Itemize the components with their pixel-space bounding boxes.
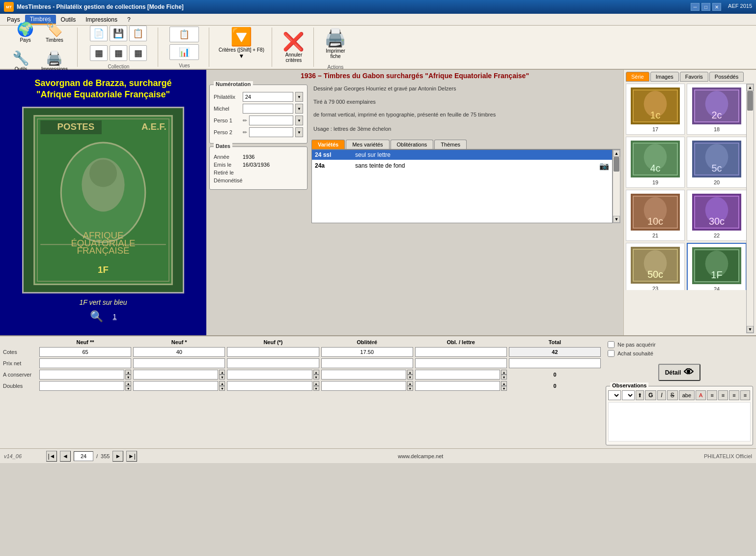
- cotes-total[interactable]: [509, 347, 601, 357]
- aconserver-obl-down[interactable]: ▼: [407, 375, 413, 380]
- obs-align-left-btn[interactable]: ≡: [707, 390, 717, 400]
- nav-current-input[interactable]: [74, 451, 93, 461]
- variety-row-1[interactable]: 24a sans teinte de fond 📷: [312, 160, 612, 172]
- stamp-image[interactable]: POSTES A.E.F. AFRIQUE ÉQUATORIALE FRANÇA…: [22, 107, 184, 293]
- toolbar-pays-button[interactable]: 🌍 Pays: [12, 20, 38, 45]
- doubles-obll[interactable]: [415, 381, 500, 391]
- aconserver-obl[interactable]: [321, 370, 406, 380]
- aconserver-obl-up[interactable]: ▲: [407, 370, 413, 375]
- doubles-neuf2[interactable]: [39, 381, 124, 391]
- ne-pas-acquerir-checkbox[interactable]: [608, 341, 615, 348]
- collection-open-button[interactable]: 💾: [110, 26, 127, 41]
- obs-code-btn[interactable]: abe: [679, 390, 695, 400]
- perso1-input[interactable]: [249, 116, 293, 125]
- thumb-item-18[interactable]: 2c 18: [687, 84, 746, 135]
- philatelix-input[interactable]: [243, 92, 293, 102]
- criteres-button[interactable]: 🔽 Critères ([Shift] + F8) ▼: [216, 24, 267, 62]
- collection-doc-button[interactable]: 📋: [129, 26, 147, 41]
- prix-obl-lettre[interactable]: [415, 358, 507, 368]
- cotes-oblitere[interactable]: [321, 347, 413, 357]
- doubles-neuf2-down[interactable]: ▼: [125, 386, 131, 391]
- perso1-pencil-icon[interactable]: ✏: [243, 117, 247, 124]
- cotes-neuf0[interactable]: [227, 347, 319, 357]
- scroll-down-arrow[interactable]: ▼: [613, 216, 620, 223]
- thumbnail-scrollbar[interactable]: ▲ ▼: [746, 84, 754, 333]
- aconserver-neuf1-down[interactable]: ▼: [219, 375, 225, 380]
- collection-grid2-button[interactable]: ▦: [110, 45, 127, 61]
- detail-button[interactable]: Détail 👁: [658, 364, 701, 381]
- thumb-item-19[interactable]: 4c 19: [626, 137, 685, 188]
- thumb-tab-favoris[interactable]: Favoris: [680, 72, 708, 82]
- thumb-scroll-down[interactable]: ▼: [747, 326, 754, 333]
- nav-first-button[interactable]: |◄: [46, 451, 57, 462]
- aconserver-neuf2[interactable]: [39, 370, 124, 380]
- variety-scrollbar[interactable]: ▲ ▼: [613, 149, 620, 223]
- menu-help[interactable]: ?: [122, 15, 136, 24]
- obs-bold-btn[interactable]: G: [645, 390, 656, 400]
- tab-themes[interactable]: Thèmes: [434, 140, 467, 149]
- prix-neuf2[interactable]: [39, 358, 131, 368]
- aconserver-neuf2-down[interactable]: ▼: [125, 375, 131, 380]
- collection-new-button[interactable]: 📄: [90, 26, 108, 41]
- obs-textarea[interactable]: [608, 402, 751, 441]
- thumb-item-20[interactable]: 5c 20: [687, 137, 746, 188]
- doubles-neuf1[interactable]: [133, 381, 218, 391]
- prix-oblitere[interactable]: [321, 358, 413, 368]
- aconserver-neuf2-up[interactable]: ▲: [125, 370, 131, 375]
- thumb-item-24[interactable]: 1F 24: [687, 243, 746, 290]
- minimize-button[interactable]: ─: [691, 3, 700, 11]
- obs-align-center-btn[interactable]: ≡: [718, 390, 728, 400]
- variety-row-0[interactable]: 24 ssl seul sur lettre: [312, 150, 612, 160]
- prix-total[interactable]: [509, 358, 601, 368]
- thumb-scroll-thumb[interactable]: [747, 91, 753, 111]
- prix-neuf0[interactable]: [227, 358, 319, 368]
- perso1-dropdown[interactable]: ▼: [295, 116, 303, 125]
- philatelix-dropdown[interactable]: ▼: [295, 92, 303, 102]
- doubles-obl[interactable]: [321, 381, 406, 391]
- thumb-tab-serie[interactable]: Série: [626, 72, 649, 82]
- michel-input[interactable]: [243, 104, 293, 114]
- michel-dropdown[interactable]: ▼: [295, 104, 303, 114]
- collection-grid3-button[interactable]: ▦: [129, 45, 147, 61]
- obs-align-justify-btn[interactable]: ≡: [740, 390, 750, 400]
- perso2-input[interactable]: [249, 127, 293, 137]
- zoom-icon[interactable]: 🔍: [90, 310, 103, 323]
- perso2-dropdown[interactable]: ▼: [295, 127, 303, 137]
- nav-last-button[interactable]: ►|: [126, 451, 137, 462]
- scroll-thumb[interactable]: [614, 157, 619, 172]
- aconserver-neuf1[interactable]: [133, 370, 218, 380]
- thumb-item-22[interactable]: 30c 22: [687, 190, 746, 241]
- doubles-obll-up[interactable]: ▲: [501, 381, 507, 386]
- aconserver-neuf1-up[interactable]: ▲: [219, 370, 225, 375]
- cotes-neuf1[interactable]: [133, 347, 225, 357]
- obs-align-right-btn[interactable]: ≡: [729, 390, 739, 400]
- scroll-up-arrow[interactable]: ▲: [613, 150, 620, 157]
- aconserver-obll[interactable]: [415, 370, 500, 380]
- thumb-tab-images[interactable]: Images: [650, 72, 679, 82]
- thumb-item-23[interactable]: 50c 23: [626, 243, 685, 290]
- prix-neuf1[interactable]: [133, 358, 225, 368]
- cotes-obl-lettre[interactable]: [415, 347, 507, 357]
- doubles-neuf2-up[interactable]: ▲: [125, 381, 131, 386]
- vues-btn1[interactable]: 📋: [169, 27, 199, 42]
- aconserver-neuf0-up[interactable]: ▲: [313, 370, 319, 375]
- tab-obliterations[interactable]: Oblitérations: [391, 140, 434, 149]
- obs-size-select[interactable]: [622, 390, 635, 400]
- obs-strikethrough-btn[interactable]: S: [667, 390, 678, 400]
- obs-updown-btn[interactable]: ⬆: [636, 390, 644, 400]
- aconserver-neuf0[interactable]: [227, 370, 312, 380]
- tab-mes-varietes[interactable]: Mes variétés: [346, 140, 389, 149]
- toolbar-timbres-button[interactable]: 🏷️ Timbres: [41, 20, 68, 45]
- doubles-obl-down[interactable]: ▼: [407, 386, 413, 391]
- annuler-button[interactable]: ❌ Annulercritères: [279, 29, 308, 65]
- doubles-neuf0-up[interactable]: ▲: [313, 381, 319, 386]
- thumb-scroll-up[interactable]: ▲: [747, 84, 754, 91]
- aconserver-obll-down[interactable]: ▼: [501, 375, 507, 380]
- aconserver-neuf0-down[interactable]: ▼: [313, 375, 319, 380]
- aconserver-obll-up[interactable]: ▲: [501, 370, 507, 375]
- tab-varietes[interactable]: Variétés: [311, 140, 345, 149]
- obs-color-btn[interactable]: A: [696, 390, 706, 400]
- perso2-pencil-icon[interactable]: ✏: [243, 129, 247, 136]
- doubles-neuf1-up[interactable]: ▲: [219, 381, 225, 386]
- maximize-button[interactable]: □: [701, 3, 710, 11]
